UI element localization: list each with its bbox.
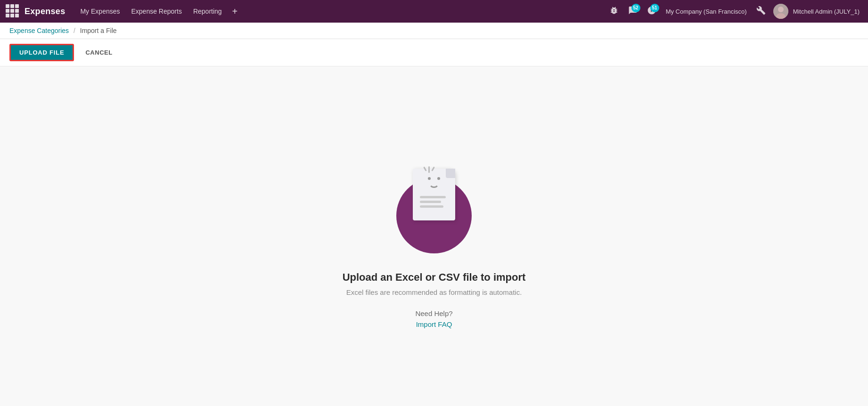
breadcrumb-bar: Expense Categories / Import a File [0,23,868,39]
document-line-2 [420,201,441,203]
apps-menu-icon[interactable] [6,4,20,18]
main-content: Upload an Excel or CSV file to import Ex… [0,66,868,406]
document-face [422,177,446,188]
action-bar: UPLOAD FILE CANCEL [0,39,868,66]
document-paper [413,169,455,220]
breadcrumb-separator: / [74,27,75,34]
breadcrumb: Expense Categories / Import a File [9,27,117,34]
upload-file-button[interactable]: UPLOAD FILE [9,44,74,61]
upload-title: Upload an Excel or CSV file to import [343,271,526,284]
nav-expense-reports[interactable]: Expense Reports [127,5,187,18]
user-avatar[interactable] [773,4,788,19]
activities-icon[interactable]: 51 [643,3,660,20]
activities-badge: 51 [650,4,659,12]
sparkle-icon [426,166,433,173]
document-eye-left [428,177,431,180]
cancel-button[interactable]: CANCEL [79,45,119,60]
document-eyes [422,177,446,180]
document-line-1 [420,196,446,198]
messages-badge: 52 [631,4,640,12]
app-brand: Expenses [25,7,65,16]
bug-report-icon[interactable] [606,3,622,20]
nav-my-expenses[interactable]: My Expenses [75,5,124,18]
add-menu-button[interactable]: + [229,5,242,18]
import-illustration [387,164,481,258]
messages-icon[interactable]: 52 [624,3,641,20]
company-name[interactable]: My Company (San Francisco) [662,6,751,17]
breadcrumb-parent-link[interactable]: Expense Categories [9,27,69,34]
top-navigation: Expenses My Expenses Expense Reports Rep… [0,0,868,23]
document-eye-right [437,177,440,180]
help-text: Need Help? [415,309,452,317]
upload-subtitle: Excel files are recommended as formattin… [346,288,522,296]
faq-link[interactable]: Import FAQ [416,320,452,328]
user-name[interactable]: Mitchell Admin (JULY_1) [790,6,862,17]
document-line-3 [420,205,443,208]
svg-point-1 [778,7,784,12]
settings-icon[interactable] [753,3,770,20]
nav-reporting[interactable]: Reporting [188,5,227,18]
breadcrumb-current: Import a File [80,27,117,34]
document-lines [420,196,448,210]
document-smile [429,183,439,188]
